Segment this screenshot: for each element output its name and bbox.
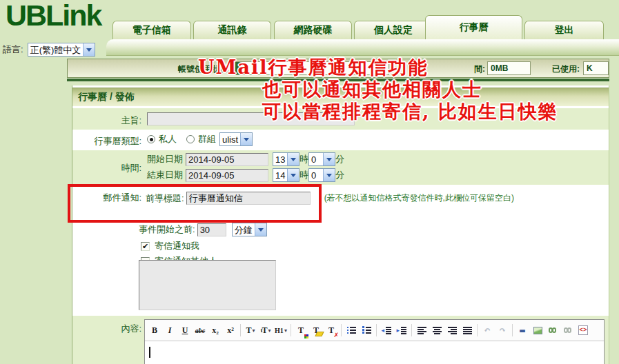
ublink-logo: UBLink <box>6 0 101 32</box>
radio-dot <box>150 138 153 141</box>
space-value: 0MB <box>487 61 531 75</box>
font-family-button[interactable]: T▾ <box>244 323 257 338</box>
reminder-block: 事件開始之前: 分鐘 ✔ 寄信通知我 寄信通知其他人 <box>72 219 609 316</box>
ordered-list-icon <box>362 326 371 334</box>
chevron-down-icon <box>83 43 95 56</box>
language-row: 語言: 正(繁)體中文 <box>3 43 95 57</box>
used-label: 已使用: <box>534 63 580 75</box>
group-radio-label: 群組 <box>198 133 216 145</box>
space-label: 間: <box>454 63 485 75</box>
hour-unit: 時 <box>299 169 308 181</box>
horizontal-rule-button[interactable]: ▬ <box>515 323 529 338</box>
notify-me-label: 寄信通知我 <box>155 240 199 252</box>
highlight-button[interactable]: T <box>309 323 323 338</box>
toolbar-separator <box>477 324 478 336</box>
end-minute-select[interactable]: 0 <box>308 168 335 182</box>
notify-me-checkbox[interactable]: ✔ <box>141 242 150 251</box>
editor-content-area[interactable] <box>145 341 604 364</box>
language-select[interactable]: 正(繁)體中文 <box>28 43 96 57</box>
language-label: 語言: <box>3 43 23 56</box>
unlink-icon <box>564 326 573 334</box>
umail-calendar-publish-page: UBLink 電子信箱 通訊錄 網路硬碟 個人設定 行事曆 登出 語言: 正(繁… <box>0 0 619 364</box>
group-select[interactable]: ulist <box>219 132 253 146</box>
annotation-line-3: 可以當程排程寄信, 比如生日快樂 <box>262 99 558 124</box>
time-label: 時間: <box>72 162 141 174</box>
align-right-button[interactable] <box>445 323 459 338</box>
tab-mail[interactable]: 電子信箱 <box>112 21 191 39</box>
highlighter-icon <box>315 332 324 336</box>
toolbar-separator <box>341 324 342 336</box>
undo-button[interactable]: ↶ <box>480 323 494 338</box>
main-content: 行事曆 / 發佈 主旨: 行事曆類型: 私人 群組 ulist 時間: <box>72 85 609 364</box>
end-date-label: 結束日期 <box>147 169 186 181</box>
outdent-button[interactable]: ◂ <box>380 323 393 338</box>
tab-contacts[interactable]: 通訊錄 <box>193 21 271 39</box>
end-hour-select[interactable]: 14 <box>273 168 299 182</box>
group-radio[interactable] <box>186 135 195 143</box>
insert-link-button[interactable] <box>546 323 560 338</box>
tab-network-drive[interactable]: 網路硬碟 <box>274 21 352 39</box>
end-date-input[interactable] <box>186 169 268 182</box>
time-row: 時間: 開始日期 13 時 0 分 結束日期 14 <box>72 150 609 185</box>
align-right-icon <box>448 326 457 334</box>
toolbar-separator <box>291 324 291 336</box>
chevron-down-icon <box>323 169 335 181</box>
tab-logout[interactable]: 登出 <box>524 21 604 39</box>
check-icon: ✔ <box>142 243 148 250</box>
subscript-button[interactable]: x₂ <box>208 323 222 338</box>
tab-calendar-active[interactable]: 行事曆 <box>425 15 522 39</box>
justify-icon <box>463 326 472 334</box>
bold-button[interactable]: B <box>148 323 161 338</box>
strikethrough-button[interactable]: abc <box>193 323 207 338</box>
private-radio-label: 私人 <box>159 133 177 145</box>
align-center-button[interactable] <box>430 323 444 338</box>
image-icon <box>533 327 542 334</box>
minute-unit: 分 <box>335 169 344 181</box>
subject-label: 主旨: <box>72 114 141 127</box>
tab-personal-settings[interactable]: 個人設定 <box>354 21 433 39</box>
insert-image-button[interactable] <box>531 323 544 338</box>
toolbar-separator <box>376 324 377 336</box>
align-left-button[interactable] <box>415 323 429 338</box>
start-date-input[interactable] <box>186 153 268 166</box>
redo-button[interactable]: ↷ <box>495 323 509 338</box>
calendar-type-label: 行事曆類型: <box>72 135 141 148</box>
align-left-icon <box>417 326 426 334</box>
start-hour-select[interactable]: 13 <box>273 152 299 166</box>
before-start-input[interactable] <box>197 223 226 236</box>
outdent-icon: ◂ <box>382 326 391 334</box>
source-button[interactable]: <> <box>576 323 590 338</box>
toolbar-separator <box>240 324 241 336</box>
chevron-down-icon <box>240 133 252 145</box>
before-start-label: 事件開始之前: <box>139 223 195 236</box>
indent-icon: ▸ <box>397 326 406 334</box>
color-swatch-icon <box>304 334 306 336</box>
header-band <box>106 39 619 56</box>
annotation-line-2: 也可以通知其他相關人士 <box>262 77 482 102</box>
font-size-button[interactable]: tT▾ <box>259 323 273 338</box>
start-minute-select[interactable]: 0 <box>308 152 335 166</box>
reminder-unit-select[interactable]: 分鐘 <box>232 223 267 236</box>
remove-format-button[interactable]: T✗ <box>324 323 338 338</box>
text-color-button[interactable]: T <box>294 323 308 338</box>
rich-text-editor: B I U abc x₂ x² T▾ tT▾ H1▾ T T T✗ <box>144 319 605 364</box>
italic-button[interactable]: I <box>163 323 177 338</box>
superscript-button[interactable]: x² <box>224 323 237 338</box>
unordered-list-button[interactable] <box>344 323 358 338</box>
link-icon <box>549 326 558 334</box>
unlink-button[interactable] <box>561 323 575 338</box>
private-radio[interactable] <box>147 135 155 143</box>
toolbar-separator <box>512 324 513 336</box>
heading-button[interactable]: H1▾ <box>274 323 288 338</box>
start-date-label: 開始日期 <box>147 153 186 165</box>
ordered-list-button[interactable] <box>360 323 373 338</box>
justify-button[interactable] <box>460 323 474 338</box>
hour-unit: 時 <box>299 153 308 165</box>
notify-others-textarea[interactable] <box>139 260 276 310</box>
chevron-down-icon <box>255 223 266 236</box>
minute-unit: 分 <box>335 153 344 165</box>
underline-button[interactable]: U <box>178 323 192 338</box>
toolbar-separator <box>411 324 412 336</box>
indent-button[interactable]: ▸ <box>395 323 409 338</box>
editor-toolbar: B I U abc x₂ x² T▾ tT▾ H1▾ T T T✗ <box>145 320 604 341</box>
